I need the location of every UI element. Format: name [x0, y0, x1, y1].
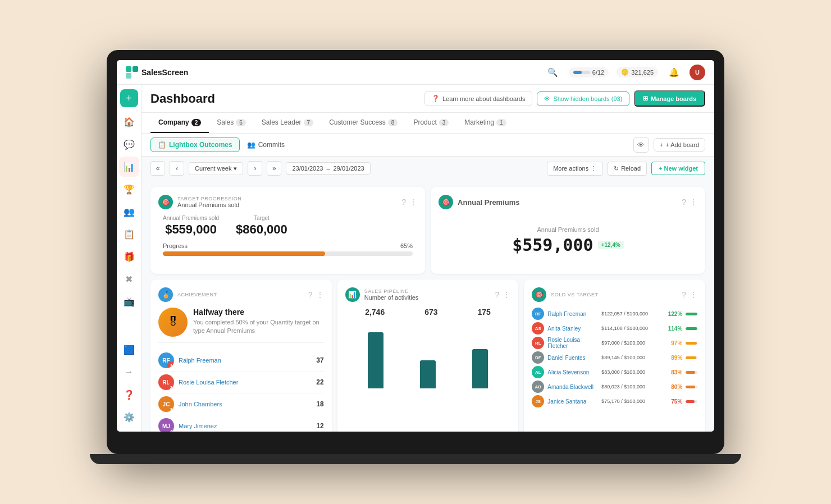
header-actions: ❓ Learn more about dashboards 👁 Show hid…	[424, 90, 705, 107]
board-tab-lightbox[interactable]: 📋 Lightbox Outcomes	[150, 138, 240, 152]
svt-avatar-rf: RF	[532, 308, 544, 320]
board-tab-actions: 👁 + + Add board	[633, 137, 705, 153]
sidebar-item-tv[interactable]: 📺	[119, 291, 139, 311]
annual-premiums-center: Annual Premiums sold $559,000 +12,4%	[439, 215, 697, 266]
svt-item: RF Ralph Freeman $122,057 / $100,000 122…	[532, 308, 697, 320]
content-area: Dashboard ❓ Learn more about dashboards …	[141, 85, 714, 432]
visibility-toggle-button[interactable]: 👁	[633, 137, 649, 153]
tab-marketing[interactable]: Marketing 1	[456, 113, 514, 133]
widget-actions: ? ⋮	[401, 198, 417, 207]
progress-section: Progress 65%	[158, 242, 417, 256]
ap-change-badge: +12,4%	[598, 241, 624, 249]
tab-product[interactable]: Product 3	[405, 113, 456, 133]
sidebar-item-achievements[interactable]: 🏆	[119, 179, 139, 199]
widget-annual-premiums: 🎯 Annual Premiums ? ⋮ Annual Pr	[431, 187, 705, 274]
app-name: SalesScreen	[141, 68, 188, 77]
widget-title-ach: ACHIEVEMENT	[177, 292, 308, 297]
user-avatar[interactable]: U	[690, 65, 705, 80]
date-first-button[interactable]: «	[150, 161, 165, 176]
sidebar-item-team[interactable]: 👥	[119, 201, 139, 222]
coin-count: 321,625	[631, 69, 654, 76]
widget-menu-sp[interactable]: ⋮	[503, 290, 510, 299]
notification-bell-button[interactable]: 🔔	[666, 65, 682, 80]
leaderboard-item: MJ 4 Mary Jimenez 12	[158, 415, 324, 432]
widget-menu-ap[interactable]: ⋮	[690, 198, 697, 207]
date-range-selector[interactable]: Current week ▾	[189, 162, 243, 175]
svt-item: AB Amanda Blackwell $80,023 / $100,000 8…	[532, 381, 697, 393]
pipeline-bar-3	[472, 349, 488, 388]
sidebar-item-reports[interactable]: 📋	[119, 224, 139, 244]
top-navigation: SalesScreen 🔍 6/12 🪙 321,625 🔔 U	[117, 60, 714, 85]
help-icon-sp[interactable]: ?	[495, 290, 500, 299]
svt-bar-track	[686, 371, 697, 374]
help-icon-ap[interactable]: ?	[682, 198, 686, 207]
pipeline-chart	[345, 321, 511, 388]
rank-badge-1: 1	[167, 361, 174, 368]
svt-avatar-al: AL	[532, 366, 544, 378]
main-tabs-row: Company 2 Sales 6 Sales Leader 7 Custome…	[141, 113, 714, 134]
board-tab-commits[interactable]: 👥 Commits	[240, 138, 292, 152]
widget-title-group: TARGET PROGRESSION Annual Premiums sold	[177, 196, 401, 208]
dashboard-header: Dashboard ❓ Learn more about dashboards …	[141, 85, 714, 113]
sidebar-add-button[interactable]: +	[120, 89, 138, 107]
avatar-ralph: RF 1	[158, 352, 174, 368]
date-prev-button[interactable]: ‹	[170, 161, 184, 176]
widgets-top-row: 🎯 TARGET PROGRESSION Annual Premiums sol…	[150, 187, 705, 274]
bar-group-3	[454, 349, 506, 388]
date-last-button[interactable]: »	[267, 161, 281, 176]
reload-button[interactable]: ↻ Reload	[608, 162, 647, 176]
help-icon-svt[interactable]: ?	[682, 290, 686, 299]
widget-title-svt: SOLD VS TARGET	[551, 292, 682, 297]
rank-badge-4: 4	[167, 427, 174, 432]
sidebar-item-rewards[interactable]: 🎁	[119, 246, 139, 267]
tab-sales[interactable]: Sales 6	[209, 113, 254, 133]
svt-list: RF Ralph Freeman $122,057 / $100,000 122…	[532, 308, 697, 407]
widget-menu-icon[interactable]: ⋮	[409, 198, 417, 207]
widget-icon-ach: 🏅	[158, 287, 173, 302]
sidebar-item-messages[interactable]: 💬	[119, 134, 139, 154]
help-icon[interactable]: ?	[401, 198, 406, 207]
sidebar-item-home[interactable]: 🏠	[119, 112, 139, 132]
widget-icon-sp: 📊	[345, 287, 360, 302]
svg-rect-0	[126, 66, 131, 72]
reload-icon: ↻	[614, 165, 619, 172]
tab-company[interactable]: Company 2	[150, 113, 209, 133]
widget-title-ap: Annual Premiums	[458, 198, 682, 207]
svt-avatar-ab: AB	[532, 381, 544, 393]
progress-fill	[163, 251, 325, 256]
widget-achievement: 🏅 ACHIEVEMENT ? ⋮ 🎖	[150, 280, 332, 432]
sidebar-item-forward[interactable]: →	[119, 362, 139, 382]
more-actions-button[interactable]: More actions ⋮	[547, 162, 603, 176]
chevron-down-icon: ▾	[234, 165, 237, 172]
tab-customer-success[interactable]: Customer Success 8	[321, 113, 405, 133]
achievement-badge-icon: 🎖	[158, 308, 188, 337]
credits-value: 6/12	[592, 69, 604, 76]
svt-item: RL Rosie Louisa Fletcher $97,000 / $100,…	[532, 337, 697, 349]
date-next-button[interactable]: ›	[248, 161, 262, 176]
svt-item: JS Janice Santana $75,178 / $100,000 75%	[532, 395, 697, 407]
learn-icon: ❓	[432, 95, 440, 102]
widget-menu-ach[interactable]: ⋮	[316, 290, 324, 299]
manage-boards-button[interactable]: ⊞ Manage boards	[634, 90, 705, 107]
ap-value-row: $559,000 +12,4%	[512, 235, 624, 255]
sidebar-item-analytics[interactable]: 📊	[119, 157, 139, 177]
coin-badge: 🪙 321,625	[617, 67, 658, 77]
widget-header-svt: 🎯 SOLD VS TARGET ? ⋮	[532, 287, 697, 302]
learn-more-button[interactable]: ❓ Learn more about dashboards	[424, 91, 532, 106]
leaderboard-item: RF 1 Ralph Freeman 37	[158, 350, 324, 372]
tab-sales-leader[interactable]: Sales Leader 7	[254, 113, 321, 133]
help-icon-ach[interactable]: ?	[308, 290, 313, 299]
widget-sold-vs-target: 🎯 SOLD VS TARGET ? ⋮	[524, 280, 705, 432]
show-hidden-boards-button[interactable]: 👁 Show hidden boards (93)	[537, 91, 629, 106]
add-board-button[interactable]: + + Add board	[654, 138, 705, 152]
new-widget-button[interactable]: + New widget	[651, 162, 705, 175]
sidebar-item-logo2[interactable]: 🟦	[119, 340, 139, 360]
widget-menu-svt[interactable]: ⋮	[690, 290, 697, 299]
pipeline-stats: 2,746 673 175	[345, 308, 511, 317]
search-button[interactable]: 🔍	[545, 65, 561, 80]
sidebar-item-settings[interactable]: ⚙️	[119, 407, 139, 427]
sidebar-item-help[interactable]: ❓	[119, 384, 139, 405]
sidebar-item-targets[interactable]: ✖	[119, 269, 139, 289]
svt-bar-track	[686, 386, 697, 388]
widget-type-label: TARGET PROGRESSION	[177, 196, 401, 201]
